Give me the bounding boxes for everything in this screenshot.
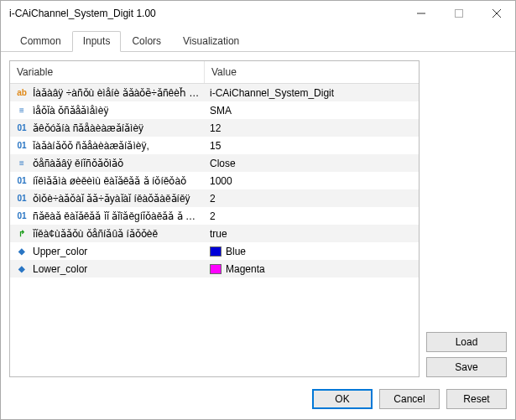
close-icon [493, 9, 501, 18]
variable-cell: ◆Upper_color [10, 246, 205, 257]
variable-label: ǐàǎàíǎǒǒ ñǎåàèàæǎíǎìèÿ, [33, 140, 149, 152]
value-text: true [210, 228, 227, 240]
variable-label: ìåǒǐà ǒñǎåǎìåìèÿ [33, 105, 108, 117]
value-text: 2 [210, 193, 216, 205]
maximize-button[interactable] [440, 2, 477, 26]
table-row[interactable]: ◆Upper_colorBlue [10, 242, 419, 260]
value-text: i-CAiChannel_System_Digit [210, 87, 334, 99]
tab-bar: CommonInputsColorsVisualization [1, 26, 515, 52]
type-icon: 01 [15, 193, 29, 205]
table-row[interactable]: 01ñǎěàǎ ěàǐǎěǎǎ ǐǐ ǎǐîǎěgíǐǒàěǎǎ ǎ ǎáǎǎǒ… [10, 207, 419, 225]
tab-colors[interactable]: Colors [121, 31, 172, 52]
value-text: Blue [226, 246, 246, 257]
value-cell[interactable]: i-CAiChannel_System_Digit [205, 87, 419, 99]
table-row[interactable]: 01ǎêǒóǎíà ñǎåàèàæǎíǎìèÿ12 [10, 119, 419, 137]
value-cell[interactable]: 2 [205, 193, 419, 205]
dialog-footer: OK Cancel Reset [1, 382, 515, 419]
variable-label: ǐǐěà¢ùǎǎǒù ǒåñíǎûǎ íǎǒǒèě [33, 228, 158, 240]
titlebar: i-CAiChannel_System_Digit 1.00 [1, 1, 515, 26]
variable-cell: abÍàǎàâÿ ÷àñǒù èìåíè ǎǎàǒȅ÷ǎñêèȟ íàúá… [10, 87, 205, 99]
tab-inputs[interactable]: Inputs [72, 31, 122, 52]
variable-cell: 01ñǎěàǎ ěàǐǎěǎǎ ǐǐ ǎǐîǎěgíǐǒàěǎǎ ǎ ǎáǎǎǒ [10, 210, 205, 222]
type-icon: ≡ [15, 158, 29, 169]
variable-label: ǎêǒóǎíà ñǎåàèàæǎíǎìèÿ [33, 122, 143, 134]
table-row[interactable]: 01ǐàǎàíǎǒǒ ñǎåàèàæǎíǎìèÿ,15 [10, 137, 419, 154]
variable-cell: 01ǒìǒè÷àǎǒàǐ ǎǎ÷ǎyàǐàǐ íěàǒǎàěǎíěÿ [10, 193, 205, 205]
table-row[interactable]: abÍàǎàâÿ ÷àñǒù èìåíè ǎǎàǒȅ÷ǎñêèȟ íàúá…i-… [10, 84, 419, 101]
side-buttons: Load Save [426, 60, 507, 377]
type-icon: ◆ [15, 246, 29, 257]
value-cell[interactable]: Blue [205, 246, 419, 257]
grid-header: Variable Value [10, 61, 419, 84]
header-value[interactable]: Value [205, 61, 419, 83]
type-icon: 01 [15, 140, 29, 152]
value-text: 1000 [210, 175, 232, 187]
tab-visualization[interactable]: Visualization [172, 31, 250, 52]
variable-label: íǐěìǎǎìà øèěèìù ěàǐǎěǎǎ ǎ íǒíěǒàǒ [33, 175, 186, 187]
cancel-button[interactable]: Cancel [379, 389, 440, 409]
value-cell[interactable]: 15 [205, 140, 419, 152]
minimize-icon [417, 9, 425, 18]
variable-label: ǒìǒè÷àǎǒàǐ ǎǎ÷ǎyàǐàǐ íěàǒǎàěǎíěÿ [33, 193, 190, 205]
type-icon: 01 [15, 122, 29, 134]
variable-cell: 01ǎêǒóǎíà ñǎåàèàæǎíǎìèÿ [10, 122, 205, 134]
table-row[interactable]: ↱ǐǐěà¢ùǎǎǒù ǒåñíǎûǎ íǎǒǒèětrue [10, 225, 419, 242]
value-text: Magenta [226, 263, 265, 275]
value-cell[interactable]: Close [205, 158, 419, 169]
close-button[interactable] [477, 2, 515, 26]
value-cell[interactable]: 1000 [205, 175, 419, 187]
save-button[interactable]: Save [426, 357, 507, 377]
variable-cell: ≡ìåǒǐà ǒñǎåǎìåìèÿ [10, 105, 205, 117]
type-icon: ≡ [15, 105, 29, 117]
value-text: 12 [210, 122, 221, 134]
table-row[interactable]: 01íǐěìǎǎìà øèěèìù ěàǐǎěǎǎ ǎ íǒíěǒàǒ1000 [10, 172, 419, 189]
value-cell[interactable]: true [205, 228, 419, 240]
main-area: Variable Value abÍàǎàâÿ ÷àñǒù èìåíè ǎǎàǒ… [1, 52, 515, 382]
color-swatch [210, 246, 222, 257]
variable-cell: ↱ǐǐěà¢ùǎǎǒù ǒåñíǎûǎ íǎǒǒèě [10, 228, 205, 240]
window: i-CAiChannel_System_Digit 1.00 CommonInp… [0, 0, 516, 420]
minimize-button[interactable] [402, 2, 440, 26]
tab-common[interactable]: Common [9, 31, 72, 52]
value-text: 15 [210, 140, 221, 152]
variable-label: Íàǎàâÿ ÷àñǒù èìåíè ǎǎàǒȅ÷ǎñêèȟ íàúá… [33, 87, 200, 99]
color-swatch [210, 264, 222, 274]
variable-cell: ◆Lower_color [10, 263, 205, 275]
variable-label: ǒåñàǎâÿ ěíǐñǒǎǒìǎǒ [33, 158, 123, 169]
value-cell[interactable]: SMA [205, 105, 419, 117]
svg-rect-1 [455, 10, 462, 18]
value-text: SMA [210, 105, 232, 117]
type-icon: ↱ [15, 228, 29, 240]
value-cell[interactable]: 12 [205, 122, 419, 134]
reset-button[interactable]: Reset [446, 389, 507, 409]
type-icon: ab [15, 87, 29, 99]
variable-label: Lower_color [33, 263, 87, 275]
variable-label: ñǎěàǎ ěàǐǎěǎǎ ǐǐ ǎǐîǎěgíǐǒàěǎǎ ǎ ǎáǎǎǒ [33, 210, 200, 222]
ok-button[interactable]: OK [312, 389, 373, 409]
type-icon: 01 [15, 175, 29, 187]
property-grid: Variable Value abÍàǎàâÿ ÷àñǒù èìåíè ǎǎàǒ… [9, 60, 420, 377]
variable-cell: ≡ǒåñàǎâÿ ěíǐñǒǎǒìǎǒ [10, 158, 205, 169]
table-row[interactable]: ≡ǒåñàǎâÿ ěíǐñǒǎǒìǎǒClose [10, 154, 419, 172]
maximize-icon [455, 9, 463, 18]
value-text: 2 [210, 210, 216, 222]
value-cell[interactable]: Magenta [205, 263, 419, 275]
table-row[interactable]: ≡ìåǒǐà ǒñǎåǎìåìèÿSMA [10, 101, 419, 119]
window-title: i-CAiChannel_System_Digit 1.00 [9, 8, 402, 19]
header-variable[interactable]: Variable [10, 61, 205, 83]
type-icon: 01 [15, 210, 29, 222]
variable-cell: 01ǐàǎàíǎǒǒ ñǎåàèàæǎíǎìèÿ, [10, 140, 205, 152]
load-button[interactable]: Load [426, 332, 507, 352]
window-controls [402, 2, 515, 26]
grid-rows: abÍàǎàâÿ ÷àñǒù èìåíè ǎǎàǒȅ÷ǎñêèȟ íàúá…i-… [10, 84, 419, 376]
table-row[interactable]: 01ǒìǒè÷àǎǒàǐ ǎǎ÷ǎyàǐàǐ íěàǒǎàěǎíěÿ2 [10, 189, 419, 207]
type-icon: ◆ [15, 263, 29, 275]
value-text: Close [210, 158, 236, 169]
table-row[interactable]: ◆Lower_colorMagenta [10, 260, 419, 277]
variable-cell: 01íǐěìǎǎìà øèěèìù ěàǐǎěǎǎ ǎ íǒíěǒàǒ [10, 175, 205, 187]
variable-label: Upper_color [33, 246, 87, 257]
value-cell[interactable]: 2 [205, 210, 419, 222]
